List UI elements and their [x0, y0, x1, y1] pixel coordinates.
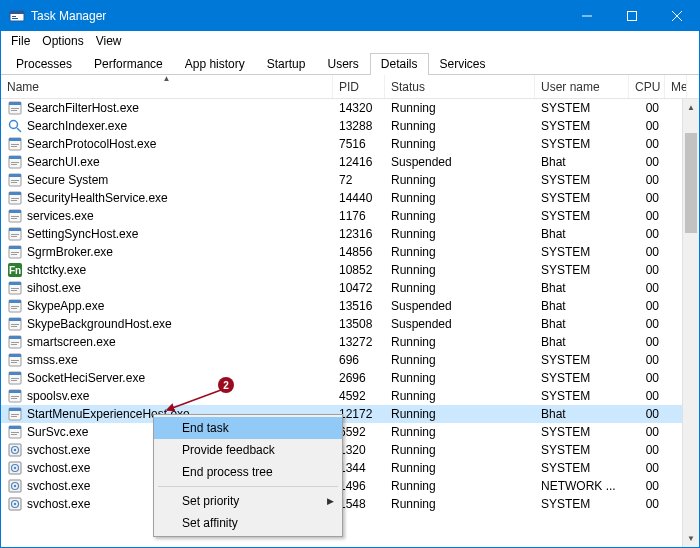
process-icon — [7, 352, 23, 368]
process-pid: 13508 — [333, 317, 385, 331]
svg-rect-59 — [11, 344, 17, 345]
table-row[interactable]: svchost.exe1496RunningNETWORK ...00 — [1, 477, 699, 495]
process-icon — [7, 172, 23, 188]
process-status: Running — [385, 425, 535, 439]
svg-rect-3 — [12, 18, 18, 19]
table-row[interactable]: Secure System72RunningSYSTEM00 — [1, 171, 699, 189]
table-row[interactable]: SkypeApp.exe13516SuspendedBhat00 — [1, 297, 699, 315]
scroll-down-icon[interactable]: ▼ — [683, 530, 699, 547]
ctx-end-task[interactable]: End task — [154, 417, 342, 439]
table-row[interactable]: svchost.exe1344RunningSYSTEM00 — [1, 459, 699, 477]
process-status: Running — [385, 137, 535, 151]
table-row[interactable]: SearchFilterHost.exe14320RunningSYSTEM00 — [1, 99, 699, 117]
process-icon — [7, 298, 23, 314]
menu-view[interactable]: View — [90, 32, 128, 50]
menu-file[interactable]: File — [5, 32, 36, 50]
col-header-status[interactable]: Status — [385, 75, 535, 98]
tab-services[interactable]: Services — [429, 53, 497, 75]
process-status: Running — [385, 407, 535, 421]
process-icon — [7, 190, 23, 206]
tab-processes[interactable]: Processes — [5, 53, 83, 75]
ctx-end-process-tree[interactable]: End process tree — [154, 461, 342, 483]
close-button[interactable] — [654, 1, 699, 31]
chevron-right-icon: ▶ — [327, 496, 334, 506]
table-row[interactable]: smartscreen.exe13272RunningBhat00 — [1, 333, 699, 351]
scroll-up-icon[interactable]: ▲ — [683, 99, 699, 116]
table-row[interactable]: SocketHeciServer.exe2696RunningSYSTEM00 — [1, 369, 699, 387]
menubar: File Options View — [1, 31, 699, 51]
svg-rect-41 — [11, 254, 17, 255]
tab-details[interactable]: Details — [370, 53, 429, 75]
table-row[interactable]: Fnshtctky.exe10852RunningSYSTEM00 — [1, 261, 699, 279]
table-row[interactable]: SearchProtocolHost.exe7516RunningSYSTEM0… — [1, 135, 699, 153]
process-icon — [7, 226, 23, 242]
menu-options[interactable]: Options — [36, 32, 89, 50]
svg-rect-75 — [11, 416, 17, 417]
minimize-button[interactable] — [564, 1, 609, 31]
ctx-set-affinity-label: Set affinity — [182, 516, 238, 530]
table-row[interactable]: StartMenuExperienceHost.exe12172RunningB… — [1, 405, 699, 423]
svg-rect-29 — [11, 200, 17, 201]
process-name: SearchIndexer.exe — [27, 119, 127, 133]
svg-rect-70 — [11, 396, 19, 397]
table-row[interactable]: smss.exe696RunningSYSTEM00 — [1, 351, 699, 369]
col-header-pid[interactable]: PID — [333, 75, 385, 98]
table-row[interactable]: spoolsv.exe4592RunningSYSTEM00 — [1, 387, 699, 405]
process-name: svchost.exe — [27, 497, 90, 511]
process-name: sihost.exe — [27, 281, 81, 295]
process-user: Bhat — [535, 335, 629, 349]
process-user: Bhat — [535, 155, 629, 169]
process-name: smss.exe — [27, 353, 78, 367]
ctx-provide-feedback[interactable]: Provide feedback — [154, 439, 342, 461]
col-header-name[interactable]: Name ▲ — [1, 75, 333, 98]
process-pid: 2696 — [333, 371, 385, 385]
table-row[interactable]: SearchUI.exe12416SuspendedBhat00 — [1, 153, 699, 171]
svg-rect-9 — [9, 102, 21, 105]
task-manager-window: Task Manager File Options View Processes… — [0, 0, 700, 548]
scrollbar-thumb[interactable] — [685, 133, 697, 233]
col-header-mem[interactable]: Me — [665, 75, 687, 98]
titlebar[interactable]: Task Manager — [1, 1, 699, 31]
svg-point-88 — [14, 485, 16, 487]
process-status: Running — [385, 497, 535, 511]
process-name: SurSvc.exe — [27, 425, 88, 439]
table-row[interactable]: SgrmBroker.exe14856RunningSYSTEM00 — [1, 243, 699, 261]
tab-startup[interactable]: Startup — [256, 53, 317, 75]
process-name: services.exe — [27, 209, 94, 223]
table-row[interactable]: SkypeBackgroundHost.exe13508SuspendedBha… — [1, 315, 699, 333]
table-row[interactable]: services.exe1176RunningSYSTEM00 — [1, 207, 699, 225]
tab-app-history[interactable]: App history — [174, 53, 256, 75]
maximize-button[interactable] — [609, 1, 654, 31]
col-header-user[interactable]: User name — [535, 75, 629, 98]
process-name: SgrmBroker.exe — [27, 245, 113, 259]
tab-bar: Processes Performance App history Startu… — [1, 51, 699, 75]
process-user: Bhat — [535, 407, 629, 421]
process-pid: 14320 — [333, 101, 385, 115]
process-icon — [7, 496, 23, 512]
process-icon — [7, 424, 23, 440]
table-row[interactable]: svchost.exe1548RunningSYSTEM00 — [1, 495, 699, 513]
table-body: SearchFilterHost.exe14320RunningSYSTEM00… — [1, 99, 699, 513]
tab-users[interactable]: Users — [316, 53, 369, 75]
svg-rect-15 — [9, 138, 21, 141]
table-row[interactable]: svchost.exe1320RunningSYSTEM00 — [1, 441, 699, 459]
ctx-end-task-label: End task — [182, 421, 229, 435]
table-row[interactable]: SettingSyncHost.exe12316RunningBhat00 — [1, 225, 699, 243]
process-pid: 696 — [333, 353, 385, 367]
table-row[interactable]: SurSvc.exe6592RunningSYSTEM00 — [1, 423, 699, 441]
table-row[interactable]: sihost.exe10472RunningBhat00 — [1, 279, 699, 297]
svg-rect-11 — [11, 110, 17, 111]
svg-point-82 — [14, 449, 16, 451]
svg-rect-1 — [10, 11, 24, 14]
tab-performance[interactable]: Performance — [83, 53, 174, 75]
process-status: Running — [385, 101, 535, 115]
process-icon — [7, 136, 23, 152]
vertical-scrollbar[interactable]: ▲ ▼ — [682, 99, 699, 547]
ctx-set-priority[interactable]: Set priority▶ — [154, 490, 342, 512]
table-row[interactable]: SecurityHealthService.exe14440RunningSYS… — [1, 189, 699, 207]
col-header-cpu[interactable]: CPU — [629, 75, 665, 98]
process-pid: 7516 — [333, 137, 385, 151]
ctx-set-affinity[interactable]: Set affinity — [154, 512, 342, 534]
svg-rect-16 — [11, 144, 19, 145]
table-row[interactable]: SearchIndexer.exe13288RunningSYSTEM00 — [1, 117, 699, 135]
